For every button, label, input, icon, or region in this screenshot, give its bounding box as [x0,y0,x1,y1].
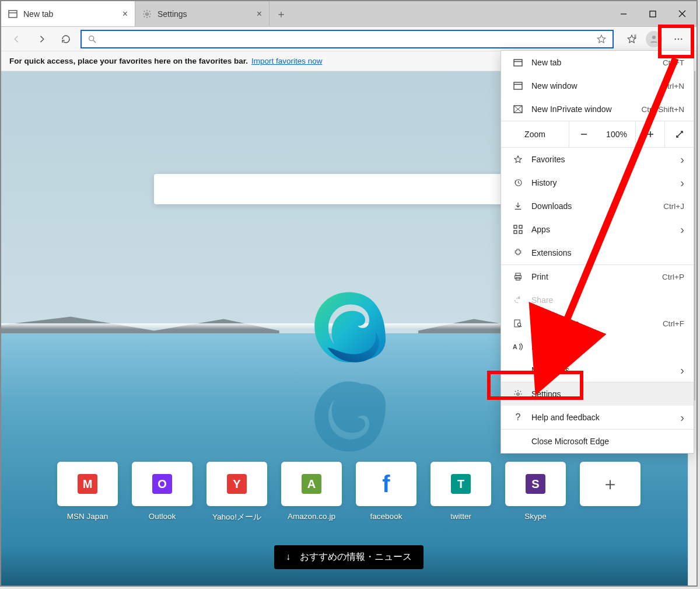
tile-icon: Y [206,462,267,506]
zoom-value: 100% [598,130,635,139]
favorites-prompt-text: For quick access, place your favorites h… [9,57,248,65]
edge-logo-icon [308,287,390,369]
chevron-right-icon [680,176,684,190]
maximize-button[interactable] [638,1,667,26]
tab-icon [8,9,18,19]
add-quick-link-tile[interactable]: ＋ [580,462,640,522]
svg-point-13 [675,38,676,39]
menu-new-tab[interactable]: New tab Ctrl+T [501,51,694,74]
tab-label: New tab [23,9,53,19]
back-button[interactable] [7,29,27,49]
address-bar[interactable] [80,30,614,48]
chevron-right-icon [680,153,684,166]
history-icon [510,178,526,187]
svg-rect-16 [514,60,522,66]
read-aloud-icon: A [510,342,526,351]
close-icon[interactable]: × [123,9,128,19]
menu-zoom-row: Zoom 100% [501,121,694,148]
address-input[interactable] [102,34,596,44]
menu-inprivate[interactable]: New InPrivate window Ctrl+Shift+N [501,97,694,121]
fullscreen-button[interactable] [664,121,694,147]
tile-label: Yahoo!メール [212,512,261,522]
print-icon [510,272,526,281]
svg-rect-27 [514,231,517,233]
quick-link-tile[interactable]: Ttwitter [430,462,491,522]
menu-more-tools[interactable]: More tools [501,358,694,382]
tile-icon: S [505,462,566,506]
svg-rect-0 [9,11,17,18]
share-icon [510,295,526,305]
tab-settings[interactable]: Settings × [135,1,270,26]
zoom-in-button[interactable] [635,121,664,147]
menu-help[interactable]: ? Help and feedback [501,406,694,429]
svg-line-8 [93,40,96,43]
more-menu-button[interactable] [666,28,691,50]
menu-favorites[interactable]: Favorites [501,148,694,171]
svg-rect-26 [519,225,522,228]
ntp-search-box[interactable] [154,174,544,204]
tile-icon: O [132,462,192,506]
plus-icon: ＋ [580,462,640,506]
svg-point-36 [517,393,519,395]
svg-rect-29 [516,273,520,276]
menu-extensions[interactable]: Extensions [501,241,694,264]
edge-logo-reflection [308,375,390,456]
menu-find[interactable]: Find on page Ctrl+F [501,312,694,335]
tile-label: twitter [450,512,471,521]
search-icon [88,34,97,44]
menu-settings[interactable]: Settings [501,382,694,406]
svg-point-2 [146,13,148,15]
new-tab-button[interactable]: ＋ [270,1,293,26]
svg-line-34 [520,326,522,327]
news-button-label: ↓ おすすめの情報・ニュース [286,551,412,563]
help-icon: ? [510,412,526,423]
close-window-button[interactable] [667,1,696,26]
tile-label: Amazon.co.jp [288,512,335,521]
menu-history[interactable]: History [501,171,694,194]
forward-button[interactable] [32,29,51,49]
tile-label: MSN Japan [67,512,108,521]
find-icon [510,319,526,328]
svg-rect-25 [514,225,517,228]
quick-link-tile[interactable]: YYahoo!メール [206,462,267,522]
svg-text:A: A [513,343,517,350]
tile-label: Skype [524,512,547,521]
menu-downloads[interactable]: Downloads Ctrl+J [501,194,694,218]
menu-apps[interactable]: Apps [501,218,694,241]
import-favorites-link[interactable]: Import favorites now [251,57,323,65]
svg-point-33 [517,323,520,326]
minimize-button[interactable] [609,1,638,26]
new-window-icon [510,81,526,90]
gear-icon [510,389,526,399]
refresh-button[interactable] [56,29,76,49]
zoom-label: Zoom [501,130,569,139]
tab-strip: New tab × Settings × ＋ [1,1,696,27]
menu-new-window[interactable]: New window Ctrl+N [501,74,694,97]
profile-button[interactable] [644,29,664,49]
menu-print[interactable]: Print Ctrl+P [501,265,694,288]
settings-dropdown-menu: New tab Ctrl+T New window Ctrl+N New InP… [501,50,694,454]
svg-point-14 [678,38,679,39]
svg-rect-28 [519,231,522,233]
toolbar [1,27,696,51]
quick-link-tile[interactable]: ffacebook [356,462,416,522]
menu-read-aloud[interactable]: A Read aloud [501,335,694,358]
quick-link-tile[interactable]: AAmazon.co.jp [281,462,342,522]
tab-new-tab[interactable]: New tab × [1,1,135,26]
favorites-button[interactable] [622,29,642,49]
recommended-news-button[interactable]: ↓ おすすめの情報・ニュース [274,545,424,569]
chevron-right-icon [680,223,684,236]
new-tab-icon [510,58,526,67]
close-icon[interactable]: × [257,9,262,19]
menu-close-edge[interactable]: Close Microsoft Edge [501,430,694,453]
quick-link-tile[interactable]: OOutlook [132,462,192,522]
download-icon [510,201,526,211]
quick-link-tile[interactable]: SSkype [505,462,566,522]
window-controls [609,1,696,26]
zoom-out-button[interactable] [569,121,598,147]
favorite-star-icon[interactable] [596,34,607,44]
svg-point-7 [89,36,94,40]
quick-link-tile[interactable]: MMSN Japan [57,462,118,522]
svg-rect-18 [514,82,522,89]
apps-icon [510,225,526,234]
